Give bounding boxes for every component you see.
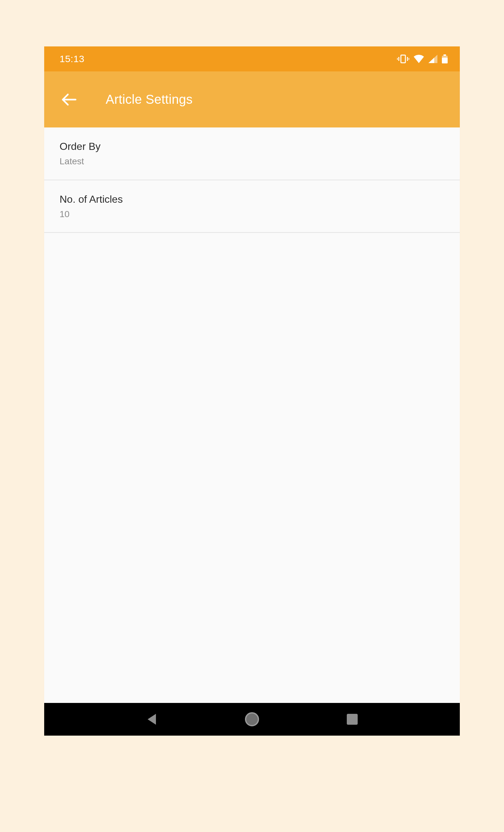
svg-rect-0 <box>401 55 405 63</box>
back-button[interactable] <box>61 92 77 107</box>
device-frame: 15:13 <box>44 47 460 736</box>
nav-recent-button[interactable] <box>342 709 363 730</box>
nav-back-button[interactable] <box>141 709 162 730</box>
signal-icon <box>428 55 437 63</box>
status-bar: 15:13 <box>44 47 460 71</box>
setting-num-articles-label: No. of Articles <box>59 193 445 206</box>
svg-rect-1 <box>398 57 399 61</box>
svg-rect-9 <box>347 714 358 725</box>
setting-order-by[interactable]: Order By Latest <box>44 127 460 180</box>
svg-point-8 <box>246 713 258 726</box>
page-title: Article Settings <box>106 92 193 107</box>
settings-list: Order By Latest No. of Articles 10 <box>44 127 460 703</box>
svg-rect-7 <box>442 58 448 63</box>
status-time: 15:13 <box>59 53 84 64</box>
setting-num-articles[interactable]: No. of Articles 10 <box>44 180 460 233</box>
svg-rect-2 <box>397 58 398 60</box>
arrow-left-icon <box>61 93 77 106</box>
vibrate-icon <box>397 54 409 63</box>
svg-rect-3 <box>407 57 408 61</box>
battery-icon <box>442 54 448 63</box>
navigation-bar <box>44 703 460 736</box>
svg-rect-4 <box>408 58 409 60</box>
circle-home-icon <box>244 711 260 727</box>
app-bar: Article Settings <box>44 71 460 127</box>
setting-num-articles-value: 10 <box>59 209 445 220</box>
triangle-back-icon <box>145 712 159 726</box>
setting-order-by-value: Latest <box>59 156 445 167</box>
svg-rect-5 <box>444 54 446 56</box>
square-recent-icon <box>346 713 358 725</box>
nav-home-button[interactable] <box>242 709 262 730</box>
wifi-icon <box>414 55 424 63</box>
status-icons <box>397 54 448 63</box>
setting-order-by-label: Order By <box>59 140 445 153</box>
